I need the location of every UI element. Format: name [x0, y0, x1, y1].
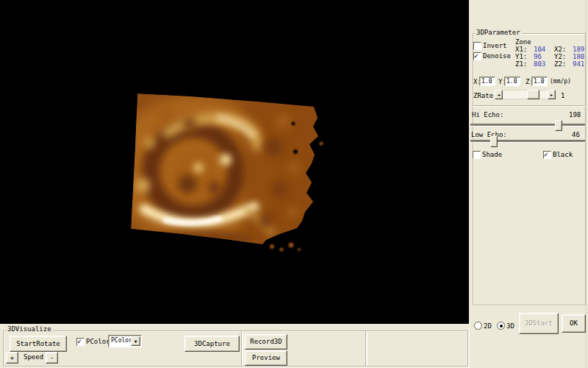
zone-z2-value: 941	[573, 61, 584, 68]
hi-echo-value: 198	[569, 112, 581, 118]
zone-x1-value: 104	[534, 46, 545, 53]
black-label: Black	[553, 152, 573, 158]
start-3d-button[interactable]: 3DStart	[519, 313, 559, 334]
denoise-checkbox[interactable]	[473, 52, 481, 60]
hi-echo-slider[interactable]	[470, 124, 585, 127]
low-echo-label: Low Echo:	[471, 132, 507, 138]
app-window: { "window": { "bg": "#ece9d8", "viewport…	[0, 0, 588, 368]
hi-echo-slider-thumb[interactable]	[555, 120, 562, 131]
pcolor-checkbox[interactable]	[76, 338, 85, 346]
mode-2d-radio[interactable]	[474, 322, 482, 330]
speed-plus-button[interactable]: +	[6, 352, 18, 364]
mode-2d-label: 2D	[484, 323, 492, 330]
invert-label: Invert	[483, 43, 507, 49]
denoise-label: Denoise	[483, 53, 511, 60]
z-scale-input[interactable]	[531, 77, 548, 86]
pcolor-dropdown-arrow-icon[interactable]: ▼	[131, 336, 140, 346]
ultrasound-render	[0, 0, 469, 324]
y-scale-input[interactable]	[504, 77, 520, 86]
zone-z1-value: 803	[534, 61, 545, 68]
black-checkbox[interactable]	[543, 151, 551, 159]
mode-3d-radio[interactable]	[497, 322, 505, 330]
zrate-scroll-thumb[interactable]	[527, 90, 539, 99]
shade-checkbox[interactable]	[473, 151, 481, 159]
pcolor-dropdown[interactable]: PColor ▼	[108, 335, 142, 347]
shade-label: Shade	[482, 152, 502, 158]
ok-button[interactable]: OK	[562, 314, 586, 333]
zone-label: Zone	[515, 39, 531, 46]
zone-x1-label: X1:	[515, 46, 527, 53]
speed-label: Speed	[24, 354, 43, 361]
zrate-value: 1	[561, 93, 564, 99]
capture-3d-button[interactable]: 3DCapture	[184, 336, 240, 352]
visualize-bar: 3DVisualize StartRotate + Speed - PColor…	[0, 324, 469, 368]
speed-minus-button[interactable]: -	[46, 352, 58, 364]
scale-unit-label: (mm/p)	[550, 79, 571, 85]
preview-button[interactable]: Preview	[245, 350, 287, 366]
spare-groupbox	[365, 330, 468, 367]
visualize-group-title: 3DVisualize	[6, 326, 53, 333]
zrate-right-arrow-icon[interactable]: ►	[548, 90, 556, 99]
render-viewport[interactable]	[0, 0, 469, 324]
panel-separator	[471, 105, 587, 106]
zone-z1-label: Z1:	[515, 61, 527, 68]
parameter-groupbox	[473, 33, 586, 305]
zone-y1-label: Y1:	[515, 54, 527, 60]
zrate-scrollbar[interactable]: ◄ ►	[495, 90, 556, 99]
start-rotate-button[interactable]: StartRotate	[10, 336, 67, 352]
x-scale-input[interactable]	[479, 77, 495, 86]
zone-y2-label: Y2:	[554, 54, 566, 60]
mode-3d-label: 3D	[506, 323, 514, 330]
zone-x2-value: 189	[573, 46, 584, 53]
zone-x2-label: X2:	[554, 46, 566, 53]
parameter-group-title: 3DParameter	[475, 29, 522, 36]
zrate-label: ZRate	[473, 93, 493, 99]
zrate-left-arrow-icon[interactable]: ◄	[495, 90, 503, 99]
parameter-panel: 3DParameter Invert Denoise Zone X1: 104 …	[469, 0, 588, 368]
zone-z2-label: Z2:	[554, 61, 566, 68]
record-3d-button[interactable]: Record3D	[245, 334, 287, 350]
zone-y1-value: 96	[534, 54, 542, 60]
low-echo-value: 46	[572, 132, 580, 138]
low-echo-slider[interactable]	[470, 140, 585, 143]
low-echo-slider-thumb[interactable]	[490, 136, 498, 147]
zone-y2-value: 180	[573, 54, 584, 60]
pcolor-label: PColor	[86, 339, 110, 345]
hi-echo-label: Hi Echo:	[472, 112, 503, 118]
invert-checkbox[interactable]	[473, 42, 481, 50]
pcolor-dropdown-value: PColor	[111, 338, 132, 344]
